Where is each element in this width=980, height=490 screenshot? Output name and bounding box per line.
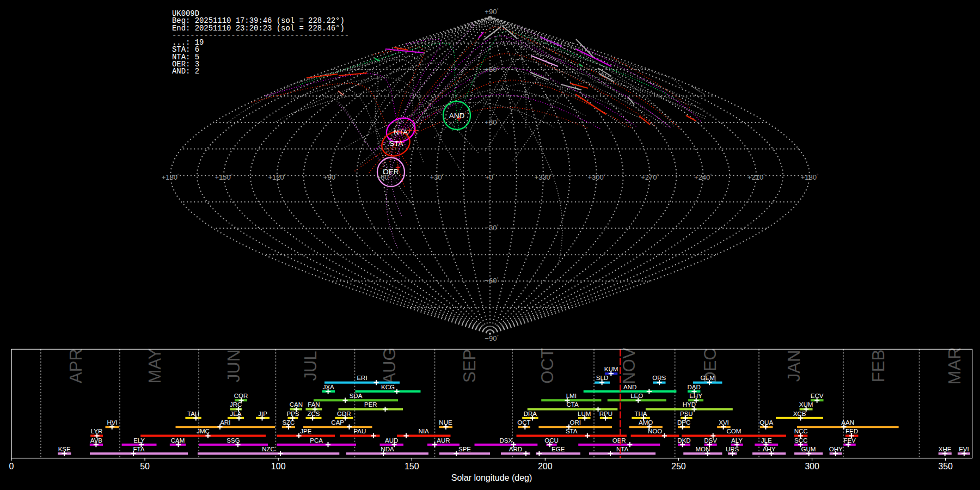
svg-text:NOV: NOV	[620, 347, 639, 384]
svg-text:+90°: +90°	[323, 173, 337, 181]
svg-text:+210°: +210°	[748, 173, 765, 181]
svg-text:150: 150	[405, 462, 419, 471]
svg-text:ZCS: ZCS	[308, 411, 320, 417]
svg-text:250: 250	[671, 462, 686, 471]
svg-text:MAY: MAY	[145, 348, 164, 384]
svg-text:ARI: ARI	[220, 419, 230, 426]
svg-text:−60°: −60°	[485, 277, 498, 285]
svg-text:+180°: +180°	[162, 173, 180, 181]
svg-text:STA: STA	[566, 428, 578, 434]
svg-text:LEO: LEO	[630, 393, 643, 399]
svg-text:SDA: SDA	[350, 393, 363, 399]
svg-text:JPE: JPE	[300, 428, 311, 434]
svg-text:SPE: SPE	[458, 446, 471, 452]
svg-text:ELY: ELY	[133, 437, 145, 444]
svg-text:CTA: CTA	[566, 401, 578, 408]
svg-text:+30°: +30°	[485, 118, 498, 126]
svg-text:PCA: PCA	[310, 437, 323, 444]
svg-text:+120°: +120°	[268, 173, 286, 181]
svg-text:EGE: EGE	[552, 446, 565, 452]
svg-text:NIA: NIA	[419, 428, 430, 434]
svg-text:OCU: OCU	[544, 437, 559, 444]
svg-text:Solar longitude (deg): Solar longitude (deg)	[451, 473, 532, 482]
svg-text:AMO: AMO	[639, 419, 653, 426]
svg-text:SEP: SEP	[460, 349, 479, 383]
svg-text:OER: OER	[612, 437, 626, 444]
svg-text:+270°: +270°	[641, 173, 659, 181]
svg-text:200: 200	[538, 462, 553, 471]
svg-text:AND: AND	[449, 112, 465, 120]
svg-text:+180°: +180°	[801, 173, 819, 181]
svg-text:OCT: OCT	[517, 419, 530, 426]
svg-text:DSX: DSX	[500, 437, 513, 444]
svg-text:50: 50	[140, 462, 150, 471]
svg-text:XCB: XCB	[793, 411, 806, 417]
svg-text:JUL: JUL	[301, 351, 320, 381]
svg-text:GDR: GDR	[337, 411, 351, 417]
svg-text:CAP: CAP	[331, 419, 344, 426]
svg-text:FTA: FTA	[133, 446, 145, 452]
svg-text:STA: STA	[389, 139, 403, 148]
svg-text:PSU: PSU	[680, 411, 693, 417]
svg-text:NZC: NZC	[262, 446, 275, 452]
svg-text:JEA: JEA	[230, 411, 241, 417]
svg-text:+150°: +150°	[215, 173, 233, 181]
svg-text:TAH: TAH	[187, 411, 199, 417]
svg-text:APR: APR	[66, 348, 85, 383]
svg-text:+90°: +90°	[485, 8, 498, 16]
svg-text:FEV: FEV	[843, 437, 856, 444]
svg-text:NTA: NTA	[616, 446, 628, 452]
svg-text:AUR: AUR	[437, 437, 450, 444]
svg-text:JAN: JAN	[785, 350, 804, 382]
svg-text:ORI: ORI	[570, 419, 581, 426]
svg-text:AND: AND	[623, 384, 636, 390]
svg-text:FAN: FAN	[308, 401, 320, 408]
svg-text:ERI: ERI	[357, 375, 367, 381]
svg-text:CAM: CAM	[171, 437, 185, 444]
svg-text:−90°: −90°	[485, 334, 498, 342]
svg-text:+30°: +30°	[430, 173, 444, 181]
svg-text:QUA: QUA	[759, 419, 773, 426]
svg-text:AUD: AUD	[385, 437, 398, 444]
svg-text:FEB: FEB	[869, 350, 888, 382]
svg-text:300: 300	[805, 462, 819, 471]
svg-text:DPC: DPC	[677, 419, 690, 426]
svg-text:MAR: MAR	[945, 347, 964, 385]
svg-text:JUN: JUN	[224, 350, 243, 382]
svg-text:OCT: OCT	[538, 348, 557, 384]
svg-text:NTA: NTA	[394, 128, 408, 136]
svg-text:350: 350	[938, 462, 953, 471]
svg-text:0: 0	[9, 462, 14, 471]
svg-text:NOO: NOO	[648, 428, 662, 434]
svg-text:+240°: +240°	[694, 173, 712, 181]
svg-text:DSV: DSV	[704, 437, 717, 444]
svg-text:COM: COM	[726, 428, 741, 434]
svg-text:PAU: PAU	[353, 428, 366, 434]
svg-text:DKD: DKD	[677, 437, 690, 444]
svg-text:ARD: ARD	[509, 446, 522, 452]
svg-text:+60°: +60°	[485, 65, 498, 74]
svg-text:AAN: AAN	[841, 419, 854, 426]
svg-text:PER: PER	[364, 401, 377, 408]
svg-text:AUG: AUG	[380, 347, 399, 384]
svg-text:AHY: AHY	[763, 446, 776, 452]
svg-text:+330°: +330°	[535, 173, 553, 181]
svg-text:THA: THA	[635, 411, 647, 417]
svg-text:AND: 2: AND: 2	[172, 67, 199, 76]
svg-text:+60°: +60°	[377, 173, 390, 181]
svg-text:DRA: DRA	[524, 411, 537, 417]
svg-text:−30°: −30°	[485, 224, 498, 232]
svg-text:+300°: +300°	[587, 173, 605, 181]
svg-text:100: 100	[271, 462, 286, 471]
svg-text:KCG: KCG	[381, 384, 395, 390]
svg-text:GEM: GEM	[701, 375, 715, 381]
svg-text:JIP: JIP	[258, 411, 267, 417]
svg-text:JRC: JRC	[230, 401, 242, 408]
